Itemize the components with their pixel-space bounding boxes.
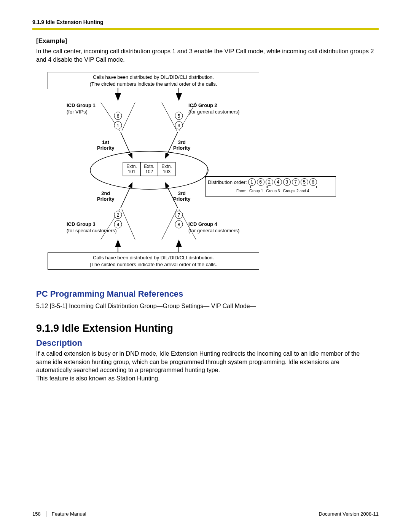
svg-text:Extn.: Extn. — [144, 164, 154, 169]
p3l1: 3rd — [178, 190, 186, 196]
svg-text:5: 5 — [178, 113, 180, 119]
svg-text:103: 103 — [163, 169, 170, 174]
svg-text:3: 3 — [178, 123, 180, 128]
order-5: 3 — [283, 178, 291, 186]
icd-group-1: ICD Group 1 (for VIPs) — [67, 102, 96, 115]
priority-1: 1st Priority — [97, 140, 115, 151]
diagram: Calls have been distributed by DIL/DID/C… — [48, 72, 337, 274]
grp1-title: ICD Group 1 — [67, 102, 96, 108]
grp3-sub: (for special customers) — [67, 228, 116, 233]
svg-text:Extn.: Extn. — [126, 164, 137, 169]
svg-text:101: 101 — [128, 169, 135, 174]
svg-line-5 — [122, 102, 135, 131]
description-text: If a called extension is busy or in DND … — [36, 350, 375, 382]
page-footer: 158 Feature Manual Document Version 2008… — [32, 511, 379, 517]
header-rule — [32, 28, 379, 30]
svg-line-6 — [162, 102, 177, 131]
svg-text:2: 2 — [117, 212, 119, 218]
svg-text:4: 4 — [117, 222, 119, 227]
priority-2: 2nd Priority — [97, 191, 115, 202]
priority-3-bottom: 3rd Priority — [173, 191, 191, 202]
order-8: 8 — [309, 178, 317, 186]
priority-3-top: 3rd Priority — [173, 140, 191, 151]
grp1-sub: (for VIPs) — [67, 109, 88, 115]
grp2-sub: (for general customers) — [188, 109, 239, 115]
description-heading: Description — [36, 338, 375, 348]
icd-group-2: ICD Group 2 (for general customers) — [188, 102, 239, 115]
p2al2: Priority — [173, 145, 191, 151]
svg-text:1: 1 — [117, 123, 119, 128]
page-number: 158 — [32, 511, 46, 517]
page-content: [Example] In the call center, incoming c… — [32, 37, 379, 383]
order-1: 1 — [248, 178, 256, 186]
footer-label: Feature Manual — [52, 511, 86, 517]
example-title: [Example] — [36, 37, 375, 45]
pc-references-title: PC Programming Manual References — [36, 289, 375, 299]
svg-line-10 — [162, 209, 177, 240]
order-2: 6 — [257, 178, 264, 186]
svg-text:7: 7 — [178, 212, 180, 218]
grp2-title: ICD Group 2 — [188, 102, 217, 108]
grp3-title: ICD Group 3 — [67, 221, 96, 227]
svg-line-9 — [122, 209, 135, 240]
icd-group-3: ICD Group 3 (for special customers) — [67, 221, 116, 234]
order-6: 7 — [292, 178, 299, 186]
order-3: 2 — [266, 178, 273, 186]
grp4-sub: (for general customers) — [188, 228, 239, 233]
svg-text:8: 8 — [178, 222, 180, 227]
svg-text:102: 102 — [145, 169, 153, 174]
distribution-order-box: Distribution order: 1 6 2 4 3 7 5 8 From… — [205, 176, 336, 197]
svg-text:Extn.: Extn. — [161, 164, 172, 169]
p1l1: 1st — [102, 139, 109, 145]
example-text: In the call center, incoming call distri… — [36, 47, 375, 64]
document-version: Document Version 2008-11 — [319, 511, 379, 517]
p1l2: Priority — [97, 145, 115, 151]
svg-text:6: 6 — [117, 113, 119, 119]
from-g3: Group 3 — [266, 189, 280, 193]
grp4-title: ICD Group 4 — [188, 221, 217, 227]
order-label: Distribution order: — [208, 179, 247, 185]
order-7: 5 — [301, 178, 308, 186]
p2bl1: 2nd — [101, 190, 110, 196]
svg-line-12 — [121, 132, 132, 158]
p3l2: Priority — [173, 196, 191, 202]
pc-references-text: 5.12 [3-5-1] Incoming Call Distribution … — [36, 303, 375, 310]
from-g24: Groups 2 and 4 — [283, 189, 309, 193]
p2al1: 3rd — [178, 139, 186, 145]
svg-line-14 — [121, 183, 132, 208]
main-section-title: 9.1.9 Idle Extension Hunting — [36, 323, 375, 334]
page-header: 9.1.9 Idle Extension Hunting — [32, 19, 379, 25]
icd-group-4: ICD Group 4 (for general customers) — [188, 221, 239, 234]
order-4: 4 — [274, 178, 282, 186]
from-g1: Group 1 — [249, 189, 263, 193]
p2bl2: Priority — [97, 196, 115, 202]
from-label: From: — [236, 189, 246, 193]
